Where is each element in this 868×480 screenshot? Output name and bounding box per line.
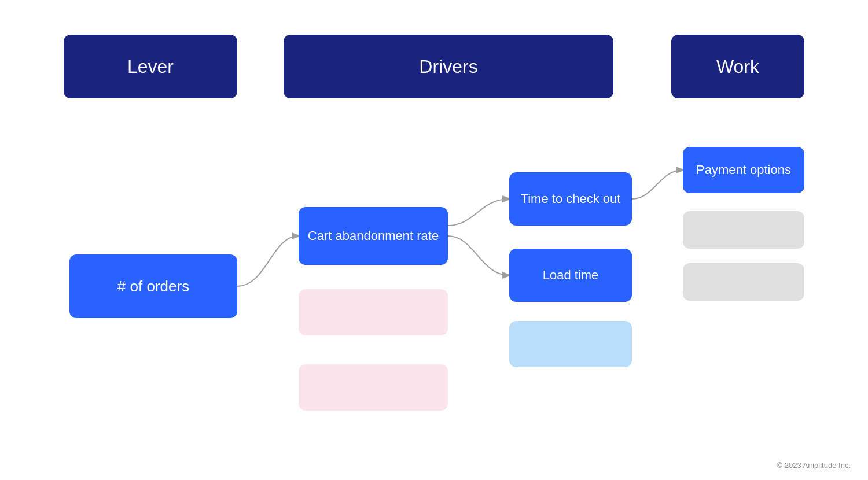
orders-label: # of orders xyxy=(117,278,189,296)
header-drivers: Drivers xyxy=(284,35,613,98)
payment-label: Payment options xyxy=(696,163,791,178)
drivers-label: Drivers xyxy=(419,56,477,77)
checkout-label: Time to check out xyxy=(521,191,621,206)
lightblue-node[interactable] xyxy=(509,321,632,367)
header-lever: Lever xyxy=(64,35,237,98)
loadtime-label: Load time xyxy=(543,268,599,283)
cart-abandonment-node[interactable]: Cart abandonment rate xyxy=(299,207,448,265)
work-label: Work xyxy=(716,56,759,77)
checkout-node[interactable]: Time to check out xyxy=(509,172,632,226)
driver-pink2-node[interactable] xyxy=(299,364,448,411)
header-work: Work xyxy=(671,35,804,98)
lever-label: Lever xyxy=(127,56,174,77)
loadtime-node[interactable]: Load time xyxy=(509,249,632,302)
work-gray1-node[interactable] xyxy=(683,211,804,249)
payment-node[interactable]: Payment options xyxy=(683,147,804,193)
work-gray2-node[interactable] xyxy=(683,263,804,301)
driver-pink1-node[interactable] xyxy=(299,289,448,335)
cart-label: Cart abandonment rate xyxy=(308,228,439,243)
footer: © 2023 Amplitude Inc. xyxy=(777,461,851,470)
footer-text: © 2023 Amplitude Inc. xyxy=(777,461,851,470)
orders-node[interactable]: # of orders xyxy=(69,254,237,318)
diagram-container: Lever Drivers Work # of orders Cart aban… xyxy=(0,0,868,480)
